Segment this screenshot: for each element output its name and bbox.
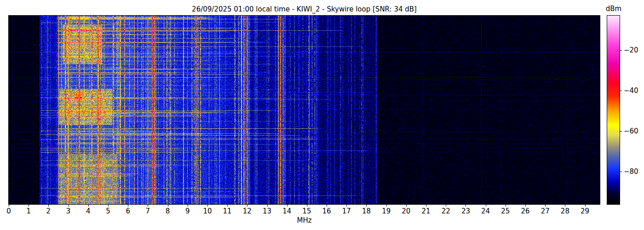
spectrogram-heatmap — [9, 16, 600, 204]
colorbar-tick-label: −60 — [624, 127, 644, 135]
x-tick-label: 4 — [80, 207, 97, 215]
colorbar-tick-mark — [620, 91, 622, 91]
x-tick-label: 16 — [318, 207, 335, 215]
x-tick-label: 10 — [199, 207, 216, 215]
x-tick-mark — [69, 205, 69, 207]
x-tick-mark — [525, 205, 526, 207]
x-tick-label: 8 — [160, 207, 176, 215]
x-tick-mark — [327, 205, 327, 207]
x-tick-label: 27 — [537, 207, 553, 215]
x-tick-mark — [148, 205, 148, 207]
x-tick-mark — [188, 205, 188, 207]
x-tick-mark — [446, 205, 446, 207]
x-tick-mark — [506, 205, 506, 207]
figure: 26/09/2025 01:00 local time - KIWI_2 - S… — [0, 0, 644, 230]
x-tick-label: 21 — [418, 207, 434, 215]
x-tick-mark — [406, 205, 407, 207]
x-tick-mark — [267, 205, 268, 207]
x-tick-mark — [585, 205, 586, 207]
x-tick-label: 5 — [100, 207, 116, 215]
x-tick-label: 24 — [477, 207, 494, 215]
x-tick-mark — [346, 205, 347, 207]
x-tick-mark — [366, 205, 367, 207]
x-tick-label: 19 — [378, 207, 395, 215]
x-tick-label: 22 — [437, 207, 454, 215]
x-tick-label: 25 — [497, 207, 514, 215]
spectrogram-plot-area — [8, 15, 600, 205]
colorbar-tick-mark — [620, 131, 622, 132]
page-title: 26/09/2025 01:00 local time - KIWI_2 - S… — [9, 5, 600, 13]
x-tick-label: 20 — [398, 207, 414, 215]
x-tick-label: 7 — [139, 207, 156, 215]
colorbar-label: dBm — [602, 5, 626, 13]
x-tick-label: 9 — [179, 207, 196, 215]
x-tick-mark — [48, 205, 49, 207]
x-tick-mark — [287, 205, 288, 207]
colorbar — [607, 15, 620, 205]
x-tick-mark — [426, 205, 426, 207]
x-tick-mark — [9, 205, 9, 207]
x-tick-label: 12 — [239, 207, 255, 215]
x-tick-mark — [486, 205, 486, 207]
x-tick-mark — [108, 205, 109, 207]
colorbar-tick-label: −80 — [624, 168, 644, 175]
x-tick-mark — [386, 205, 387, 207]
x-tick-label: 0 — [0, 207, 17, 215]
x-tick-label: 11 — [219, 207, 236, 215]
x-tick-label: 28 — [557, 207, 573, 215]
x-tick-label: 2 — [40, 207, 57, 215]
x-axis-label: MHz — [9, 216, 600, 224]
x-tick-label: 14 — [279, 207, 295, 215]
x-tick-label: 1 — [20, 207, 37, 215]
x-tick-mark — [545, 205, 546, 207]
colorbar-tick-mark — [620, 50, 622, 51]
x-tick-mark — [466, 205, 466, 207]
x-tick-mark — [247, 205, 247, 207]
colorbar-gradient — [607, 16, 620, 204]
colorbar-tick-label: −40 — [624, 87, 644, 94]
x-tick-label: 15 — [299, 207, 315, 215]
x-tick-mark — [227, 205, 228, 207]
x-tick-mark — [88, 205, 89, 207]
x-tick-mark — [29, 205, 29, 207]
x-tick-mark — [207, 205, 208, 207]
x-tick-label: 18 — [358, 207, 374, 215]
x-tick-label: 3 — [60, 207, 77, 215]
x-tick-mark — [168, 205, 168, 207]
x-tick-mark — [128, 205, 128, 207]
x-tick-label: 23 — [457, 207, 474, 215]
colorbar-tick-label: −20 — [624, 46, 644, 54]
x-tick-label: 17 — [338, 207, 355, 215]
x-tick-label: 26 — [517, 207, 534, 215]
colorbar-tick-mark — [620, 172, 622, 172]
x-tick-mark — [565, 205, 565, 207]
x-tick-mark — [307, 205, 307, 207]
x-tick-label: 13 — [259, 207, 276, 215]
x-tick-label: 29 — [577, 207, 593, 215]
x-tick-label: 6 — [120, 207, 136, 215]
